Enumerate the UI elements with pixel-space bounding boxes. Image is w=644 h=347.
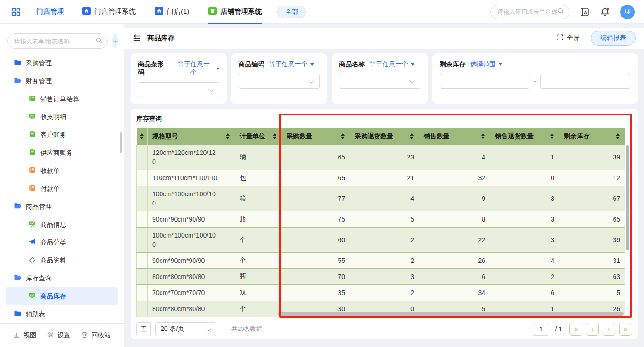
filter-label: 商品条形码 [138, 60, 170, 77]
search-icon [557, 7, 564, 16]
form-search-input[interactable] [14, 38, 95, 45]
sort-icon[interactable] [481, 133, 485, 139]
top-navbar: 门店管理 门店管理系统 门店(1) 店铺管理系统 全部 A 理 [0, 0, 644, 24]
add-button[interactable]: + [112, 33, 118, 49]
range-max-input[interactable] [540, 74, 630, 89]
remaining-stock-cell: 63 [559, 268, 625, 284]
next-page-button[interactable]: › [603, 323, 615, 336]
column-header-purchase-return-qty[interactable]: 采购退货数量 [350, 128, 419, 145]
sidebar-scrollbar[interactable] [120, 132, 122, 153]
filter-operator-dropdown[interactable]: 等于任意一个 [369, 60, 414, 68]
column-header-clipped[interactable] [137, 128, 148, 145]
sidebar-item-label: 商品管理 [26, 203, 52, 211]
filter-operator-dropdown[interactable]: 选择范围 [470, 60, 502, 68]
column-header-spec[interactable]: 规格型号 [148, 128, 235, 145]
sidebar-item-shouzhi-mingxi[interactable]: 收支明细 [6, 108, 118, 126]
sidebar-item-fukuandan[interactable]: 付款单 [6, 180, 118, 198]
fullscreen-button[interactable]: 全屏 [557, 34, 580, 42]
translate-icon[interactable]: A [580, 7, 590, 17]
tab-label: 门店(1) [167, 7, 189, 16]
purchase-qty-cell: 65 [282, 170, 350, 186]
table-row[interactable]: 90cm*90cm*90/90 个 55 2 26 4 31 [137, 252, 625, 268]
table-title: 库存查询 [131, 109, 638, 128]
remaining-stock-cell: 65 [559, 211, 625, 227]
sidebar-item-shangpin-ziliao[interactable]: 商品资料 [6, 251, 118, 269]
table-row[interactable]: 120cm*120cm*120/120 辆 65 23 4 1 39 [137, 145, 625, 170]
all-badge[interactable]: 全部 [277, 6, 306, 18]
last-page-button[interactable]: » [619, 323, 632, 336]
sort-icon[interactable] [616, 133, 620, 139]
table-row[interactable]: 100cm*100cm*100/100 箱 77 4 9 3 67 [137, 186, 625, 211]
row-clipped-cell [137, 284, 148, 301]
spec-cell: 120cm*120cm*120/120 [148, 145, 235, 170]
sidebar-item-shangpin-guanli[interactable]: 商品管理 [6, 198, 118, 216]
unit-cell: 双 [235, 284, 282, 301]
prev-page-button[interactable]: ‹ [586, 323, 599, 336]
column-header-unit[interactable]: 计量单位 [235, 128, 282, 145]
table-row[interactable]: 100cm*100cm*100/100 个 60 2 22 3 39 [137, 227, 625, 252]
filter-operator-dropdown[interactable]: 等于任意一个 [269, 60, 314, 68]
settings-button[interactable]: 设置 [47, 331, 70, 340]
table-row[interactable]: 110cm*110cm*110/110 包 65 21 32 0 12 [137, 170, 625, 186]
sidebar-item-shangpin-fenlei[interactable]: 商品分类 [6, 233, 118, 251]
sidebar-item-fuzhubiao[interactable]: 辅助表 [6, 305, 118, 323]
range-min-input[interactable] [440, 74, 529, 89]
column-header-sales-return-qty[interactable]: 销售退货数量 [490, 128, 559, 145]
tab-dianpu-guanli-xitong[interactable]: 店铺管理系统 [208, 0, 262, 24]
bell-icon[interactable] [600, 7, 610, 17]
form-search[interactable] [7, 33, 108, 49]
sort-icon[interactable] [410, 133, 414, 139]
row-clipped-cell [137, 211, 148, 227]
vertical-scrollbar[interactable] [626, 145, 629, 250]
sidebar-item-label: 商品分类 [40, 239, 66, 247]
global-search[interactable] [490, 5, 569, 19]
avatar[interactable]: 理 [620, 5, 635, 19]
sort-icon[interactable] [550, 133, 554, 139]
sort-icon[interactable] [140, 133, 144, 139]
horizontal-scrollbar[interactable] [278, 312, 624, 316]
page-size-select[interactable]: 20 条/页 [155, 322, 216, 336]
table-row[interactable]: 70cm*70cm*70/70 双 35 2 34 6 5 [137, 284, 625, 301]
recycle-bin-button[interactable]: 回收站 [81, 331, 111, 340]
apps-grid-icon[interactable] [11, 7, 21, 17]
row-clipped-cell [137, 252, 148, 268]
filter-value-select[interactable] [339, 74, 420, 89]
row-height-button[interactable] [136, 322, 151, 336]
sidebar-item-caiwu-guanli[interactable]: 财务管理 [6, 72, 118, 90]
sidebar-item-kehu-zhangwu[interactable]: 客户账务 [6, 126, 118, 144]
sidebar-item-gongyingshang-zhangwu[interactable]: 供应商账务 [6, 144, 118, 162]
tab-mendian-1[interactable]: 门店(1) [155, 0, 189, 24]
filter-value-select[interactable] [138, 82, 219, 97]
sort-icon[interactable] [226, 133, 230, 139]
workspace-name[interactable]: 门店管理 [36, 7, 64, 16]
sort-icon[interactable] [273, 133, 277, 139]
collapse-sidebar-icon[interactable] [132, 34, 141, 42]
column-header-purchase-qty[interactable]: 采购数量 [282, 128, 350, 145]
sort-icon[interactable] [341, 133, 345, 139]
filter-value-select[interactable] [239, 74, 320, 89]
sidebar-item-xiaoshou-dingdan-jiesuan[interactable]: 销售订单结算 [6, 90, 118, 108]
sidebar-item-shangpin-xinxi[interactable]: 商品信息 [6, 216, 118, 233]
filter-operator-dropdown[interactable]: 等于任意一个 [174, 60, 219, 77]
sidebar-item-kucun-chaxun[interactable]: 库存查询 [6, 269, 118, 287]
sidebar-item-shangpin-kucun[interactable]: 商品库存 [6, 287, 118, 305]
sidebar-item-shoukuandan[interactable]: 收款单 [6, 162, 118, 180]
app-tabs: 门店管理系统 门店(1) 店铺管理系统 [82, 0, 262, 24]
global-search-input[interactable] [497, 8, 557, 15]
table-row[interactable]: 80cm*80cm*80/80 瓶 70 3 6 2 63 [137, 268, 625, 284]
purchase-qty-cell: 55 [282, 252, 350, 268]
table-row[interactable]: 90cm*90cm*90/90 瓶 75 5 8 3 65 [137, 211, 625, 227]
first-page-button[interactable]: « [569, 323, 582, 336]
folder-open-icon [14, 274, 21, 283]
sidebar-item-caigou-guanli[interactable]: 采购管理 [6, 54, 118, 72]
column-header-remaining-stock[interactable]: 剩余库存 [559, 128, 625, 145]
sales-qty-cell: 22 [419, 227, 490, 252]
column-header-sales-qty[interactable]: 销售数量 [419, 128, 490, 145]
folder-icon [14, 310, 21, 319]
page-number-input[interactable] [533, 323, 549, 336]
edit-report-button[interactable]: 编辑报表 [591, 31, 636, 46]
main-panel: 商品库存 全屏 编辑报表 商品条形码 等于任意一个 商品编码 [124, 24, 644, 347]
folder-icon [14, 59, 21, 68]
tab-mendian-guanli-xitong[interactable]: 门店管理系统 [82, 0, 136, 24]
views-button[interactable]: 视图 [13, 331, 36, 340]
